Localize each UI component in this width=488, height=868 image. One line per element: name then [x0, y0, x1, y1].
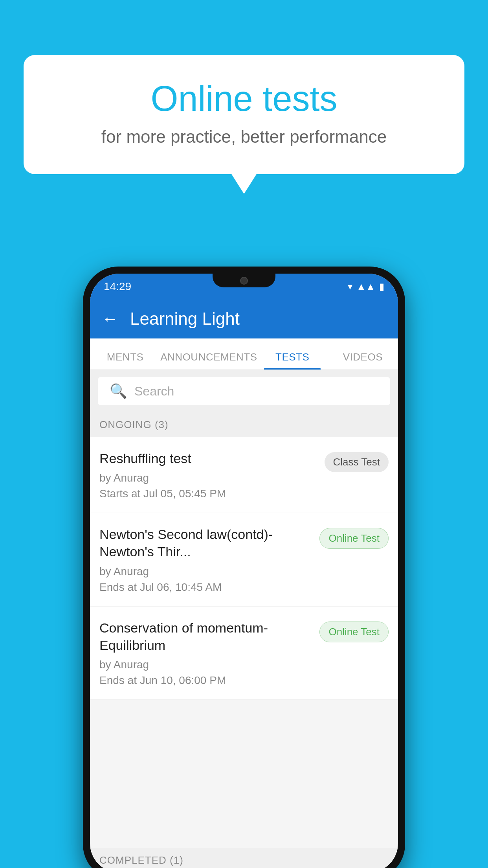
test-badge: Online Test	[319, 622, 389, 642]
speech-bubble: Online tests for more practice, better p…	[24, 55, 464, 174]
test-author: by Anurag	[99, 658, 312, 671]
test-item[interactable]: Newton's Second law(contd)-Newton's Thir…	[90, 513, 398, 606]
search-icon: 🔍	[110, 383, 127, 399]
test-list: Reshuffling test by Anurag Starts at Jul…	[90, 437, 398, 700]
test-info: Conservation of momentum-Equilibrium by …	[99, 619, 319, 687]
tab-announcements[interactable]: ANNOUNCEMENTS	[160, 351, 257, 370]
phone-notch	[213, 274, 275, 287]
tabs-bar: MENTS ANNOUNCEMENTS TESTS VIDEOS	[90, 338, 398, 370]
phone-screen: 14:29 ▾ ▲▲ ▮ ← Learning Light MENTS ANNO…	[90, 274, 398, 868]
app-title: Learning Light	[130, 309, 240, 329]
bubble-title: Online tests	[55, 79, 433, 119]
camera-cutout	[240, 277, 248, 285]
test-time: Ends at Jun 10, 06:00 PM	[99, 674, 312, 687]
test-author: by Anurag	[99, 472, 317, 484]
test-badge: Class Test	[325, 452, 389, 472]
wifi-icon: ▾	[348, 281, 352, 292]
app-header: ← Learning Light	[90, 299, 398, 338]
tab-tests[interactable]: TESTS	[257, 351, 328, 370]
test-badge: Online Test	[319, 528, 389, 549]
status-icons: ▾ ▲▲ ▮	[348, 281, 384, 292]
test-name: Reshuffling test	[99, 450, 317, 467]
completed-section-header: COMPLETED (1)	[90, 848, 398, 868]
back-button[interactable]: ←	[102, 309, 118, 328]
search-placeholder: Search	[134, 384, 174, 399]
test-author: by Anurag	[99, 565, 312, 578]
test-time: Ends at Jul 06, 10:45 AM	[99, 581, 312, 594]
bubble-box: Online tests for more practice, better p…	[24, 55, 464, 174]
search-container: 🔍 Search	[90, 370, 398, 412]
test-time: Starts at Jul 05, 05:45 PM	[99, 487, 317, 500]
phone-frame: 14:29 ▾ ▲▲ ▮ ← Learning Light MENTS ANNO…	[83, 267, 405, 868]
test-item[interactable]: Reshuffling test by Anurag Starts at Jul…	[90, 437, 398, 513]
signal-icon: ▲▲	[356, 281, 375, 292]
completed-label: COMPLETED (1)	[99, 854, 183, 866]
search-bar[interactable]: 🔍 Search	[98, 377, 390, 405]
status-time: 14:29	[104, 280, 131, 293]
ongoing-section-header: ONGOING (3)	[90, 412, 398, 437]
test-info: Newton's Second law(contd)-Newton's Thir…	[99, 526, 319, 593]
test-info: Reshuffling test by Anurag Starts at Jul…	[99, 450, 325, 500]
test-name: Newton's Second law(contd)-Newton's Thir…	[99, 526, 312, 560]
ongoing-label: ONGOING (3)	[99, 419, 169, 430]
test-name: Conservation of momentum-Equilibrium	[99, 619, 312, 654]
test-item[interactable]: Conservation of momentum-Equilibrium by …	[90, 607, 398, 700]
battery-icon: ▮	[379, 281, 384, 292]
bubble-subtitle: for more practice, better performance	[55, 127, 433, 147]
tab-videos[interactable]: VIDEOS	[328, 351, 398, 370]
tab-ments[interactable]: MENTS	[90, 351, 160, 370]
